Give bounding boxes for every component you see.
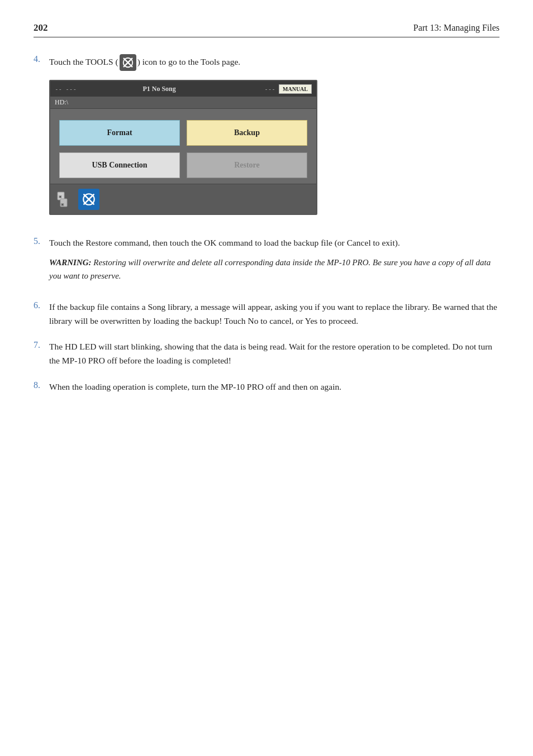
step-7-content: The HD LED will start blinking, showing … — [49, 340, 499, 368]
step-5-text: Touch the Restore command, then touch th… — [49, 236, 499, 250]
header-dash3: --- — [264, 85, 275, 93]
device-footer: ▣ ▣ — [50, 184, 316, 214]
device-path: HD:\ — [55, 98, 68, 106]
step-7-text: The HD LED will start blinking, showing … — [49, 340, 499, 368]
step-5: 5. Touch the Restore command, then touch… — [34, 236, 499, 288]
step-number-7: 7. — [34, 340, 49, 350]
tools-icon-inline — [120, 54, 136, 71]
step-number-6: 6. — [34, 300, 49, 310]
step-number-8: 8. — [34, 380, 49, 390]
device-buttons-row-1: Format Backup — [59, 120, 307, 146]
step-8-text: When the loading operation is complete, … — [49, 380, 499, 394]
usb-connection-button[interactable]: USB Connection — [59, 152, 180, 178]
format-button[interactable]: Format — [59, 120, 180, 146]
step-6-text: If the backup file contains a Song libra… — [49, 300, 499, 328]
page-header: 202 Part 13: Managing Files — [34, 22, 499, 37]
tools-icon-footer[interactable] — [78, 189, 99, 210]
device-screen: -- --- P1 No Song --- MANUAL HD:\ Format… — [49, 80, 317, 215]
page-title: Part 13: Managing Files — [413, 23, 499, 33]
header-title: P1 No Song — [58, 85, 261, 93]
svg-text:▣: ▣ — [61, 203, 64, 206]
step-4-content: Touch the TOOLS ( ) icon to go to the To… — [49, 54, 499, 224]
step-4: 4. Touch the TOOLS ( ) icon to go to the… — [34, 54, 499, 224]
step-7: 7. The HD LED will start blinking, showi… — [34, 340, 499, 368]
warning-text: Restoring will overwrite and delete all … — [49, 258, 491, 280]
step-5-content: Touch the Restore command, then touch th… — [49, 236, 499, 288]
step-number-4: 4. — [34, 54, 49, 64]
device-header: -- --- P1 No Song --- MANUAL — [50, 81, 316, 97]
step-4-text: Touch the TOOLS ( ) icon to go to the To… — [49, 54, 499, 71]
warning-label: WARNING: — [49, 258, 92, 267]
backup-button[interactable]: Backup — [187, 120, 307, 146]
device-buttons-row-2: USB Connection Restore — [59, 152, 307, 178]
warning-block: WARNING: Restoring will overwrite and de… — [49, 256, 499, 283]
restore-button[interactable]: Restore — [187, 152, 307, 178]
device-body: Format Backup USB Connection Restore — [50, 109, 316, 184]
step-8-content: When the loading operation is complete, … — [49, 380, 499, 394]
device-path-bar: HD:\ — [50, 97, 316, 109]
header-manual: MANUAL — [279, 84, 312, 94]
step-6: 6. If the backup file contains a Song li… — [34, 300, 499, 328]
svg-text:▣: ▣ — [59, 195, 62, 198]
file-icon: ▣ ▣ — [56, 190, 74, 208]
step-6-content: If the backup file contains a Song libra… — [49, 300, 499, 328]
step-number-5: 5. — [34, 236, 49, 246]
step-8: 8. When the loading operation is complet… — [34, 380, 499, 394]
page-number: 202 — [34, 22, 48, 34]
